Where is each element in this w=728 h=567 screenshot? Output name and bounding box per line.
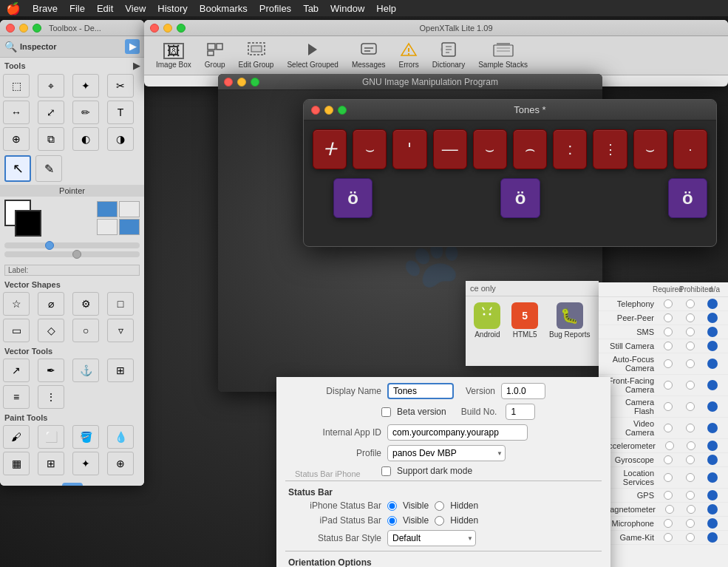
autofocus-required[interactable]: [657, 359, 679, 368]
brave-menu[interactable]: Brave: [33, 3, 58, 14]
magic-tool[interactable]: ✦: [72, 74, 99, 98]
tones-maximize[interactable]: [338, 106, 347, 115]
path-tool[interactable]: ✏: [72, 101, 99, 124]
tools-arrow[interactable]: ▶: [133, 61, 140, 71]
version-input[interactable]: [501, 383, 545, 399]
openxtalk-close[interactable]: [150, 24, 159, 33]
tone-tile-6[interactable]: ⌢: [513, 129, 547, 169]
dark-mode-checkbox[interactable]: [381, 466, 391, 476]
pt3[interactable]: ⊞: [38, 452, 64, 475]
gps-prohibited[interactable]: [679, 491, 701, 500]
maximize-button[interactable]: [33, 24, 41, 33]
tones-minimize[interactable]: [324, 106, 333, 115]
select-grouped-btn[interactable]: Select Grouped: [281, 39, 344, 72]
front-camera-required[interactable]: [657, 381, 679, 390]
minimize-button[interactable]: [19, 24, 28, 33]
telephony-prohibited[interactable]: [679, 299, 701, 308]
dictionary-btn[interactable]: Dictionary: [426, 39, 471, 72]
transform-tool[interactable]: ⤢: [38, 101, 64, 124]
profile-select[interactable]: panos Dev MBP: [387, 445, 506, 461]
star-shape[interactable]: ☆: [3, 292, 30, 316]
gamekit-na[interactable]: [701, 532, 724, 543]
save-icon[interactable]: ⬇: [62, 483, 83, 486]
text-tool[interactable]: T: [107, 101, 134, 124]
build-no-input[interactable]: [506, 404, 535, 420]
video-camera-prohibited[interactable]: [679, 424, 701, 432]
pt5[interactable]: ⊕: [107, 452, 134, 475]
loop-shape[interactable]: ⌀: [38, 292, 64, 316]
tones-close[interactable]: [311, 106, 320, 115]
slider-1-thumb[interactable]: [45, 241, 54, 250]
front-camera-na[interactable]: [701, 380, 724, 390]
tone-tile-8[interactable]: ⋮: [593, 129, 627, 169]
clone-tool[interactable]: ⧉: [38, 127, 64, 151]
lasso-tool[interactable]: ⌖: [38, 74, 64, 98]
magnetometer-required[interactable]: [659, 505, 680, 514]
image-box-btn[interactable]: 🖼 Image Box: [150, 40, 197, 72]
pen-tool[interactable]: ✒: [38, 359, 64, 382]
still-camera-required[interactable]: [657, 342, 679, 350]
blur-tool[interactable]: ◐: [72, 127, 99, 151]
microphone-prohibited[interactable]: [679, 519, 701, 528]
android-btn[interactable]: Android: [474, 302, 500, 339]
sms-required[interactable]: [657, 327, 679, 336]
autofocus-prohibited[interactable]: [679, 359, 701, 368]
magnetometer-prohibited[interactable]: [680, 505, 701, 514]
video-camera-na[interactable]: [701, 423, 724, 433]
status-bar-style-select[interactable]: Default: [387, 530, 476, 546]
internal-app-id-input[interactable]: [387, 424, 528, 441]
callout-shape[interactable]: ▿: [107, 319, 134, 342]
rect-shape[interactable]: □: [107, 292, 134, 316]
tab-menu[interactable]: Tab: [303, 3, 319, 14]
vt3[interactable]: ⋮: [38, 385, 64, 409]
sample-stacks-btn[interactable]: Sample Stacks: [472, 39, 534, 72]
sms-prohibited[interactable]: [679, 327, 701, 336]
crop-tool[interactable]: ✂: [107, 74, 134, 98]
pt4[interactable]: ✦: [72, 452, 99, 475]
edit-menu[interactable]: Edit: [97, 3, 113, 14]
gamekit-prohibited[interactable]: [679, 533, 701, 542]
diamond-shape[interactable]: ◇: [38, 319, 64, 342]
gimp-minimize[interactable]: [237, 78, 246, 86]
gyroscope-required[interactable]: [657, 455, 679, 464]
group-btn[interactable]: Group: [199, 39, 231, 72]
window-menu[interactable]: Window: [330, 3, 364, 14]
messages-btn[interactable]: Messages: [346, 39, 392, 72]
gamekit-required[interactable]: [657, 533, 679, 542]
errors-btn[interactable]: Errors: [393, 39, 425, 72]
rect2-shape[interactable]: ▭: [3, 319, 30, 342]
accelerometer-required[interactable]: [659, 441, 680, 450]
arrow-tool[interactable]: ↗: [3, 359, 30, 382]
tone-tile-purple-1[interactable]: ö: [333, 178, 372, 218]
openxtalk-minimize[interactable]: [163, 24, 172, 33]
peerpeer-required[interactable]: [657, 313, 679, 322]
view-menu[interactable]: View: [125, 3, 146, 14]
anchor-tool[interactable]: ⚓: [72, 359, 99, 382]
tone-tile-purple-2[interactable]: ö: [500, 178, 540, 218]
gimp-close[interactable]: [224, 78, 233, 86]
gps-na[interactable]: [701, 490, 724, 500]
camera-flash-required[interactable]: [657, 402, 679, 411]
openxtalk-maximize[interactable]: [177, 24, 186, 33]
slider-2[interactable]: [4, 251, 140, 257]
slider-1[interactable]: [4, 242, 140, 248]
location-na[interactable]: [701, 472, 724, 483]
apple-menu[interactable]: 🍎: [6, 1, 21, 16]
gyroscope-na[interactable]: [701, 455, 724, 465]
video-camera-required[interactable]: [657, 424, 679, 432]
tone-tile-4[interactable]: —: [433, 129, 467, 169]
tone-tile-7[interactable]: :: [553, 129, 587, 169]
color-box-3[interactable]: [119, 219, 140, 235]
camera-flash-prohibited[interactable]: [679, 402, 701, 411]
color-box-light[interactable]: [119, 201, 140, 217]
html5-btn[interactable]: 5 HTML5: [511, 302, 538, 339]
magnetometer-na[interactable]: [702, 504, 724, 515]
tone-tile-3[interactable]: ꞌ: [392, 129, 426, 169]
tone-tile-5[interactable]: ⌣: [473, 129, 507, 169]
help-menu[interactable]: Help: [376, 3, 396, 14]
pointer-tool-btn[interactable]: ↖: [4, 155, 31, 182]
select-tool[interactable]: ⬚: [3, 74, 30, 98]
gear-shape[interactable]: ⚙: [72, 292, 99, 316]
vt2[interactable]: ≡: [3, 385, 30, 409]
location-prohibited[interactable]: [679, 473, 701, 482]
